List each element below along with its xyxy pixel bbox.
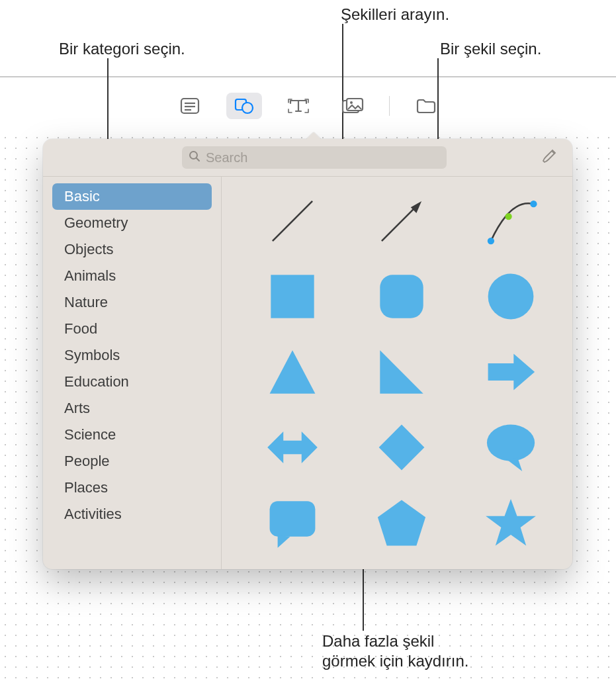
sidebar-category-science[interactable]: Science	[52, 422, 212, 448]
shape-rounded-square[interactable]	[371, 265, 433, 328]
svg-point-25	[487, 425, 535, 461]
draw-pen-icon[interactable]	[542, 148, 559, 167]
shape-star[interactable]	[480, 492, 542, 554]
sidebar-category-objects[interactable]: Objects	[52, 236, 212, 263]
svg-marker-24	[379, 425, 425, 471]
svg-point-15	[530, 201, 537, 207]
sidebar-category-places[interactable]: Places	[52, 475, 212, 501]
svg-point-8	[350, 101, 353, 104]
sidebar-category-food[interactable]: Food	[52, 316, 212, 342]
sidebar-category-people[interactable]: People	[52, 448, 212, 475]
svg-marker-30	[486, 499, 536, 546]
sidebar-category-nature[interactable]: Nature	[52, 289, 212, 316]
shape-right-triangle[interactable]	[371, 341, 433, 403]
shape-arrow-right[interactable]	[480, 341, 542, 403]
callout-scroll-2: görmek için kaydırın.	[322, 652, 468, 670]
sidebar-category-education[interactable]: Education	[52, 369, 212, 395]
svg-point-19	[488, 274, 533, 320]
shapes-toolbar-button[interactable]	[226, 93, 262, 119]
search-icon	[189, 150, 200, 165]
svg-marker-26	[507, 457, 521, 471]
callout-search: Şekilleri arayın.	[341, 5, 449, 24]
svg-marker-29	[378, 500, 425, 546]
svg-line-11	[273, 201, 312, 241]
svg-marker-20	[270, 350, 316, 393]
shapes-popover: BasicGeometryObjectsAnimalsNatureFoodSym…	[43, 139, 572, 569]
shapes-area[interactable]	[222, 177, 572, 569]
folder-toolbar-button[interactable]	[408, 93, 444, 119]
svg-point-14	[487, 238, 494, 244]
shape-pentagon[interactable]	[371, 492, 433, 554]
shape-circle[interactable]	[480, 265, 542, 328]
callout-shape: Bir şekil seçin.	[440, 40, 541, 58]
svg-marker-28	[278, 535, 290, 548]
shape-arrow-line[interactable]	[371, 190, 433, 252]
sidebar-category-geometry[interactable]: Geometry	[52, 210, 212, 236]
search-field[interactable]	[182, 146, 447, 169]
svg-rect-27	[270, 501, 316, 536]
svg-marker-21	[380, 350, 423, 393]
shape-triangle[interactable]	[261, 341, 324, 403]
shape-speech-bubble-square[interactable]	[261, 492, 324, 554]
svg-point-16	[505, 213, 511, 220]
callout-scroll-1: Daha fazla şekil	[322, 632, 434, 651]
shape-line[interactable]	[261, 190, 324, 252]
svg-rect-17	[271, 275, 314, 318]
sidebar-category-basic[interactable]: Basic	[52, 183, 212, 210]
shape-diamond[interactable]	[371, 416, 433, 478]
sidebar-category-activities[interactable]: Activities	[52, 501, 212, 527]
svg-marker-22	[488, 353, 535, 390]
svg-marker-23	[267, 432, 318, 463]
svg-line-10	[197, 158, 199, 161]
svg-rect-18	[380, 275, 423, 318]
shape-double-arrow[interactable]	[261, 416, 324, 478]
category-sidebar: BasicGeometryObjectsAnimalsNatureFoodSym…	[43, 177, 222, 569]
toolbar	[0, 86, 616, 126]
sidebar-category-animals[interactable]: Animals	[52, 263, 212, 289]
shape-curve[interactable]	[480, 190, 542, 252]
callout-category: Bir kategori seçin.	[59, 40, 185, 58]
search-input[interactable]	[200, 150, 440, 166]
toolbar-separator	[389, 96, 390, 116]
notes-toolbar-button[interactable]	[172, 93, 208, 119]
media-toolbar-button[interactable]	[335, 93, 371, 119]
shape-square[interactable]	[261, 265, 324, 328]
text-toolbar-button[interactable]	[281, 93, 316, 119]
shape-speech-bubble-round[interactable]	[480, 416, 542, 478]
svg-point-5	[242, 103, 253, 113]
sidebar-category-symbols[interactable]: Symbols	[52, 342, 212, 369]
sidebar-category-arts[interactable]: Arts	[52, 395, 212, 422]
